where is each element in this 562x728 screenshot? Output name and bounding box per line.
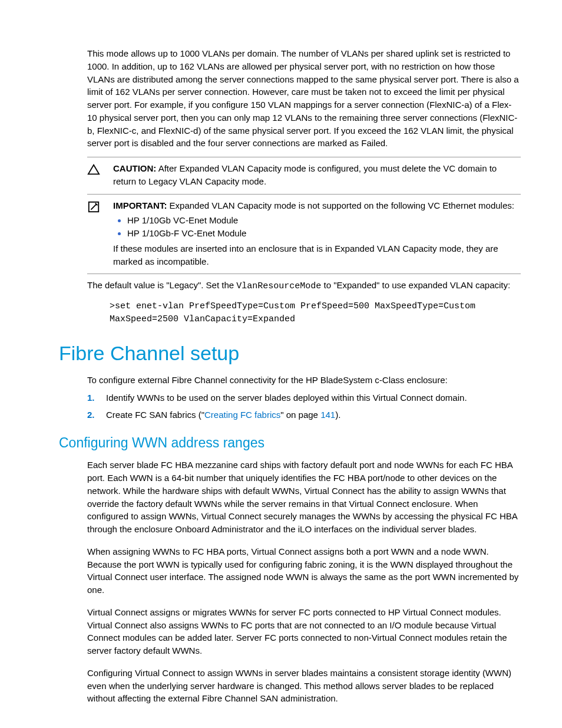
step-number: 2.	[87, 409, 106, 421]
important-label: IMPORTANT:	[113, 200, 167, 210]
caution-text: After Expanded VLAN Capacity mode is con…	[113, 163, 497, 186]
inline-code: VlanResourceMode	[236, 281, 321, 291]
step-text: Identify WWNs to be used on the server b…	[106, 391, 467, 404]
fc-steps-list: 1. Identify WWNs to be used on the serve…	[87, 391, 521, 422]
list-item: 1. Identify WWNs to be used on the serve…	[87, 391, 521, 404]
code-block: >set enet-vlan PrefSpeedType=Custom Pref…	[110, 300, 521, 326]
wwn-para-1: Each server blade FC HBA mezzanine card …	[87, 459, 521, 536]
important-lead: Expanded VLAN Capacity mode is not suppo…	[170, 200, 514, 210]
link-page-ref[interactable]: 141	[320, 410, 335, 420]
important-tail: If these modules are inserted into an en…	[113, 242, 521, 268]
caution-icon	[87, 162, 113, 188]
list-item: 2. Create FC SAN fabrics ("Creating FC f…	[87, 409, 521, 421]
important-module-list: HP 1/10Gb VC-Enet Module HP 1/10Gb-F VC-…	[127, 214, 521, 240]
step-number: 1.	[87, 391, 106, 404]
caution-callout: CAUTION: After Expanded VLAN Capacity mo…	[87, 157, 521, 195]
fc-intro: To configure external Fibre Channel conn…	[87, 374, 521, 387]
list-item: HP 1/10Gb VC-Enet Module	[127, 214, 521, 227]
important-icon	[87, 199, 113, 268]
intro-paragraph: This mode allows up to 1000 VLANs per do…	[87, 47, 521, 150]
step-text: Create FC SAN fabrics ("Creating FC fabr…	[106, 409, 340, 421]
default-value-sentence: The default value is "Legacy". Set the V…	[87, 279, 521, 293]
list-item: HP 1/10Gb-F VC-Enet Module	[127, 227, 521, 240]
wwn-para-3: Virtual Connect assigns or migrates WWNs…	[87, 606, 521, 657]
wwn-para-2: When assigning WWNs to FC HBA ports, Vir…	[87, 545, 521, 597]
section-heading-fibre-channel: Fibre Channel setup	[59, 339, 521, 368]
link-creating-fc-fabrics[interactable]: Creating FC fabrics	[204, 410, 280, 420]
subsection-heading-wwn: Configuring WWN address ranges	[59, 433, 521, 453]
wwn-para-4: Configuring Virtual Connect to assign WW…	[87, 667, 521, 705]
important-callout: IMPORTANT: Expanded VLAN Capacity mode i…	[87, 195, 521, 275]
caution-label: CAUTION:	[113, 163, 156, 173]
